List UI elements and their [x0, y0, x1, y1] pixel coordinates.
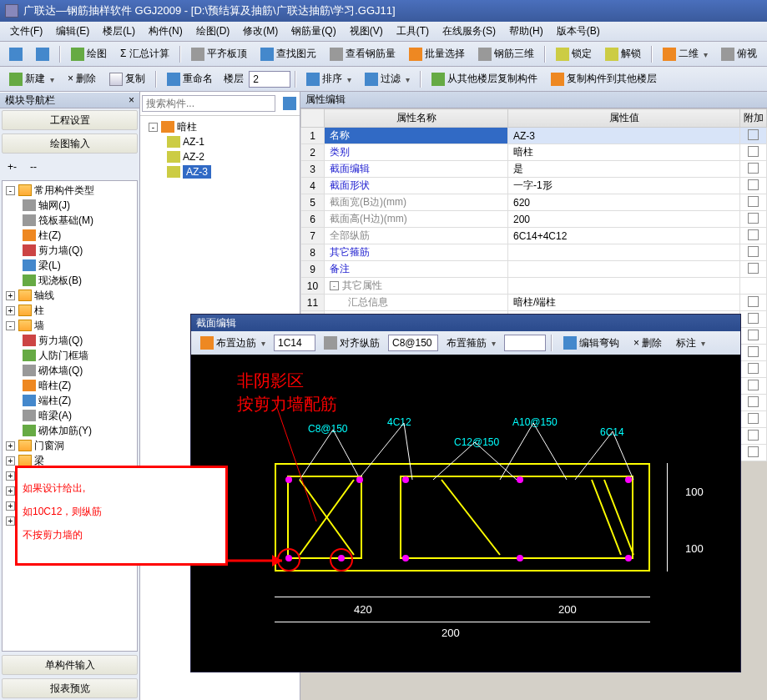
delete-button[interactable]: × 删除 — [62, 69, 102, 89]
tree-expand-button[interactable]: +- — [2, 157, 23, 177]
draw-button[interactable]: 绘图 — [65, 44, 113, 64]
menu-draw[interactable]: 绘图(D) — [189, 22, 237, 41]
checkbox[interactable] — [748, 163, 759, 174]
search-input[interactable] — [142, 95, 275, 112]
checkbox[interactable] — [748, 263, 759, 274]
checkbox[interactable] — [748, 196, 759, 207]
menu-version[interactable]: 版本号(B) — [550, 22, 607, 41]
prop-row-name[interactable]: 1名称AZ-3 — [301, 128, 767, 144]
sort-button[interactable]: 排序 — [300, 69, 357, 89]
tree-wall-shear[interactable]: 剪力墙(Q) — [4, 333, 135, 348]
menu-rebar[interactable]: 钢筋量(Q) — [285, 22, 342, 41]
menu-file[interactable]: 文件(F) — [3, 22, 49, 41]
section-titlebar[interactable]: 截面编辑 — [191, 315, 740, 331]
tree-masonry-rebar[interactable]: 砌体加筋(Y) — [4, 423, 135, 438]
checkbox[interactable] — [748, 430, 759, 441]
prop-row-remark[interactable]: 9备注 — [301, 261, 767, 278]
stirrup-value-input[interactable] — [388, 335, 438, 351]
search-button[interactable] — [277, 93, 302, 113]
menu-component[interactable]: 构件(N) — [142, 22, 189, 41]
section-canvas[interactable]: 非阴影区 按剪力墙配筋 C8@150 4C12 C12@150 A10@150 … — [191, 355, 740, 672]
qty-button[interactable]: 查看钢筋量 — [324, 44, 401, 64]
prop-row-width[interactable]: 5截面宽(B边)(mm)620 — [301, 194, 767, 211]
edge-rebar-button[interactable]: 布置边筋 — [194, 333, 271, 353]
prop-row-summary[interactable]: 11汇总信息暗柱/端柱 — [301, 295, 767, 311]
checkbox[interactable] — [748, 229, 759, 240]
redo-button[interactable] — [30, 44, 55, 64]
hook-button[interactable]: 编辑弯钩 — [558, 333, 625, 353]
checkbox[interactable] — [748, 413, 759, 424]
checkbox[interactable] — [748, 363, 759, 374]
tree-root[interactable]: -常用构件类型 — [4, 183, 135, 198]
stirrup-button[interactable]: 布置箍筋 — [441, 333, 502, 353]
tree-axis[interactable]: +轴线 — [4, 288, 135, 303]
menu-view[interactable]: 视图(V) — [343, 22, 390, 41]
tree-door-opening[interactable]: +门窗洞 — [4, 438, 135, 453]
tree-axis-grid[interactable]: 轴网(J) — [4, 198, 135, 213]
bird-button[interactable]: 俯视 — [715, 44, 763, 64]
find-button[interactable]: 查找图元 — [255, 44, 322, 64]
view3d-button[interactable]: 二维 — [657, 44, 714, 64]
nav-single-input[interactable]: 单构件输入 — [2, 655, 138, 675]
mark-button[interactable]: 标注 — [670, 333, 711, 353]
tree-hidden-col[interactable]: 暗柱(Z) — [4, 378, 135, 393]
comp-az3[interactable]: AZ-3 — [144, 164, 296, 179]
nav-engineering-settings[interactable]: 工程设置 — [2, 110, 138, 130]
filter-button[interactable]: 过滤 — [359, 69, 416, 89]
batch-button[interactable]: 批量选择 — [403, 44, 471, 64]
menu-tools[interactable]: 工具(T) — [390, 22, 436, 41]
tree-shearwall[interactable]: 剪力墙(Q) — [4, 243, 135, 258]
checkbox[interactable] — [748, 313, 759, 324]
prop-row-section-shape[interactable]: 4截面形状一字-1形 — [301, 178, 767, 194]
tree-end-col[interactable]: 端柱(Z) — [4, 393, 135, 408]
nav-draw-input[interactable]: 绘图输入 — [2, 133, 138, 154]
checkbox[interactable] — [748, 246, 759, 257]
menu-modify[interactable]: 修改(M) — [236, 22, 285, 41]
tree-wall-defense[interactable]: 人防门框墙 — [4, 348, 135, 363]
summary-button[interactable]: Σ 汇总计算 — [114, 44, 175, 64]
copyto-button[interactable]: 复制构件到其他楼层 — [545, 69, 663, 89]
tree-slab[interactable]: 现浇板(B) — [4, 273, 135, 288]
comp-az1[interactable]: AZ-1 — [144, 134, 296, 149]
menu-help[interactable]: 帮助(H) — [502, 22, 550, 41]
stirrup-select[interactable] — [504, 335, 546, 351]
prop-row-all-rebar[interactable]: 7全部纵筋6C14+4C12 — [301, 228, 767, 244]
menu-edit[interactable]: 编辑(E) — [49, 22, 96, 41]
checkbox[interactable] — [748, 346, 759, 357]
unlock-button[interactable]: 解锁 — [599, 44, 647, 64]
menu-floor[interactable]: 楼层(L) — [96, 22, 142, 41]
tree-hidden-beam[interactable]: 暗梁(A) — [4, 408, 135, 423]
prop-row-other-props[interactable]: 10-其它属性 — [301, 278, 767, 295]
comp-root[interactable]: -暗柱 — [144, 119, 296, 134]
rebar3d-button[interactable]: 钢筋三维 — [472, 44, 540, 64]
menu-online[interactable]: 在线服务(S) — [436, 22, 502, 41]
lock-button[interactable]: 锁定 — [550, 44, 598, 64]
copyfrom-button[interactable]: 从其他楼层复制构件 — [426, 69, 543, 89]
prop-row-section-edit[interactable]: 3截面编辑是 — [301, 161, 767, 178]
checkbox[interactable] — [748, 296, 759, 307]
checkbox[interactable] — [748, 213, 759, 224]
prop-row-height[interactable]: 6截面高(H边)(mm)200 — [301, 211, 767, 228]
prop-row-category[interactable]: 2类别暗柱 — [301, 144, 767, 161]
rename-button[interactable]: 重命名 — [161, 69, 219, 89]
checkbox[interactable] — [748, 179, 759, 190]
checkbox[interactable] — [748, 396, 759, 407]
nav-report-preview[interactable]: 报表预览 — [2, 678, 138, 698]
new-button[interactable]: 新建 — [3, 69, 60, 89]
tree-wall-masonry[interactable]: 砌体墙(Q) — [4, 363, 135, 378]
edge-value-input[interactable] — [274, 335, 315, 351]
tree-column[interactable]: 柱(Z) — [4, 228, 135, 243]
checkbox[interactable] — [748, 446, 759, 457]
flat-button[interactable]: 平齐板顶 — [185, 44, 253, 64]
checkbox[interactable] — [748, 330, 759, 340]
checkbox[interactable] — [748, 380, 759, 390]
align-button[interactable]: 对齐纵筋 — [318, 333, 386, 353]
checkbox[interactable] — [748, 129, 759, 140]
prop-row-other-stirrup[interactable]: 8其它箍筋 — [301, 244, 767, 261]
delete-section-button[interactable]: × 删除 — [628, 333, 668, 353]
tree-wall-cat[interactable]: -墙 — [4, 318, 135, 333]
tree-beam[interactable]: 梁(L) — [4, 258, 135, 273]
tree-collapse-button[interactable]: -- — [24, 157, 43, 177]
comp-az2[interactable]: AZ-2 — [144, 149, 296, 164]
undo-button[interactable] — [3, 44, 28, 64]
